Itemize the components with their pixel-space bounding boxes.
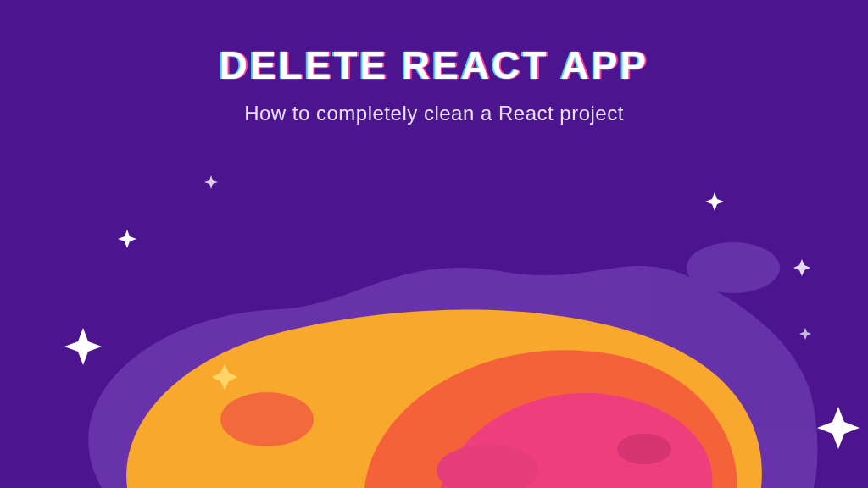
planet-body [126, 310, 762, 488]
crater-icon [617, 434, 671, 464]
star-icon [793, 259, 810, 276]
hero-title: DELETE REACT APP [0, 42, 868, 88]
hero-header: DELETE REACT APP How to completely clean… [0, 42, 868, 125]
hero-subtitle: How to completely clean a React project [0, 102, 868, 125]
crater-icon [220, 392, 314, 446]
atmosphere-layer [88, 242, 817, 488]
star-icon [705, 192, 724, 211]
star-icon [64, 328, 102, 365]
crater-icon [437, 445, 538, 488]
svg-point-0 [687, 242, 780, 293]
star-icon [204, 175, 218, 189]
star-icon [799, 328, 811, 340]
star-icon [118, 230, 136, 248]
star-icon [817, 407, 860, 449]
stars-layer [64, 175, 860, 449]
